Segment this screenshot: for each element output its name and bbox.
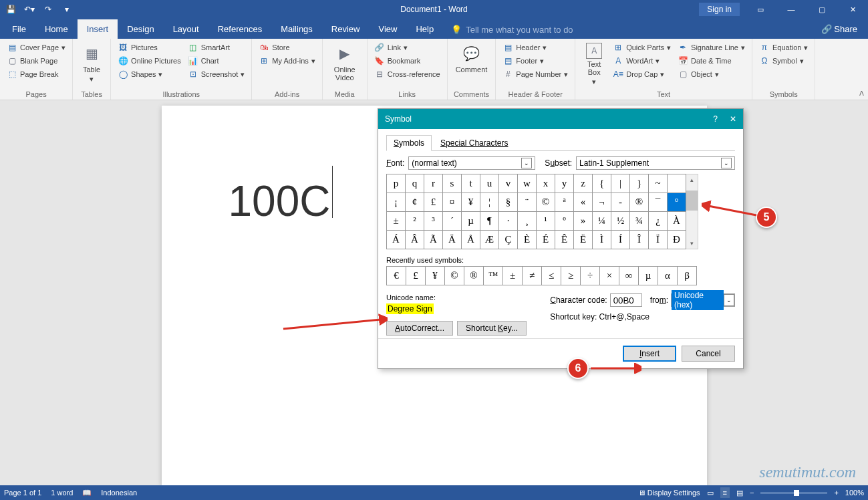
symbol-cell[interactable]: ~ [649,174,668,193]
status-page[interactable]: Page 1 of 1 [4,489,41,497]
dialog-tab-special-chars[interactable]: Special Characters [433,135,515,151]
tab-references[interactable]: References [208,19,271,39]
scroll-down-icon[interactable]: ▾ [686,238,698,249]
recent-symbol-cell[interactable]: α [658,267,678,285]
symbol-cell[interactable] [668,174,686,193]
symbol-cell[interactable]: ª [555,193,574,212]
tab-file[interactable]: File [3,19,35,39]
blank-page-button[interactable]: ▢Blank Page [5,55,67,67]
tab-view[interactable]: View [369,19,406,39]
symbol-cell[interactable]: Î [630,231,649,249]
object-button[interactable]: ▢Object ▾ [676,68,746,80]
shortcut-key-button[interactable]: Shortcut Key... [457,321,527,336]
share-button[interactable]: 🔗 Share [811,19,868,39]
symbol-cell[interactable]: ° [668,193,686,212]
symbol-cell[interactable]: Ï [649,231,668,249]
dialog-close-button[interactable]: ✕ [730,114,736,124]
symbol-cell[interactable]: y [555,174,574,193]
qat-customize-icon[interactable]: ▾ [60,3,74,16]
table-button[interactable]: ▦Table▾ [78,41,105,85]
symbol-cell[interactable]: · [499,212,518,231]
recent-symbol-cell[interactable]: ¥ [426,267,445,285]
tab-insert[interactable]: Insert [78,19,118,39]
insert-button[interactable]: Insert [623,346,676,362]
recent-symbol-cell[interactable]: £ [406,267,426,285]
symbol-cell[interactable]: À [668,212,686,231]
symbol-cell[interactable]: ½ [611,212,630,231]
wordart-button[interactable]: AWordArt ▾ [611,55,672,67]
view-print-icon[interactable]: ≡ [720,487,730,498]
symbol-cell[interactable]: ³ [424,212,443,231]
dialog-titlebar[interactable]: Symbol ? ✕ [378,109,743,129]
tab-design[interactable]: Design [118,19,163,39]
symbol-cell[interactable]: q [406,174,424,193]
symbol-button[interactable]: ΩSymbol ▾ [758,55,809,67]
symbol-cell[interactable]: Â [406,231,424,249]
cross-reference-button[interactable]: ⊟Cross-reference [373,68,442,80]
recent-symbol-cell[interactable]: ≤ [542,267,561,285]
recent-symbol-cell[interactable]: β [678,267,697,285]
recent-symbol-cell[interactable]: € [387,267,406,285]
scroll-up-icon[interactable]: ▴ [686,174,698,185]
smartart-button[interactable]: ◫SmartArt [186,41,247,53]
cancel-button[interactable]: Cancel [682,346,735,362]
tab-mailings[interactable]: Mailings [271,19,322,39]
shapes-button[interactable]: ◯Shapes ▾ [116,68,182,80]
recent-symbol-cell[interactable]: © [445,267,464,285]
display-settings[interactable]: 🖥 Display Settings [638,489,700,497]
scroll-thumb[interactable] [686,191,698,211]
symbol-cell[interactable]: ® [630,193,649,212]
symbol-cell[interactable]: w [518,174,537,193]
symbol-cell[interactable]: - [611,193,630,212]
store-button[interactable]: 🛍Store [257,41,316,53]
symbol-cell[interactable]: u [480,174,499,193]
close-button[interactable]: ✕ [837,0,868,19]
status-language[interactable]: Indonesian [101,489,137,497]
char-code-input[interactable] [610,293,642,307]
zoom-out-button[interactable]: − [750,489,754,497]
symbol-cell[interactable]: È [518,231,537,249]
symbol-cell[interactable]: µ [462,212,480,231]
status-words[interactable]: 1 word [51,489,73,497]
recent-symbol-cell[interactable]: ÷ [581,267,600,285]
cover-page-button[interactable]: ▤Cover Page ▾ [5,41,67,53]
chart-button[interactable]: 📊Chart [186,55,247,67]
pictures-button[interactable]: 🖼Pictures [116,41,182,53]
page-number-button[interactable]: #Page Number ▾ [501,68,569,80]
view-web-icon[interactable]: ▤ [736,489,743,497]
symbol-cell[interactable]: ¦ [480,193,499,212]
symbol-scrollbar[interactable]: ▴ ▾ [686,174,698,249]
tell-me-search[interactable]: 💡 Tell me what you want to do [451,25,573,39]
symbol-cell[interactable]: Æ [480,231,499,249]
symbol-cell[interactable]: s [443,174,462,193]
signature-line-button[interactable]: ✒Signature Line ▾ [676,41,746,53]
zoom-slider[interactable] [760,492,827,494]
symbol-cell[interactable]: É [537,231,555,249]
symbol-cell[interactable]: º [555,212,574,231]
symbol-cell[interactable]: z [574,174,593,193]
proofing-icon[interactable]: 📖 [82,489,92,497]
recent-symbol-cell[interactable]: ® [464,267,484,285]
symbol-cell[interactable]: v [499,174,518,193]
signin-button[interactable]: Sign in [699,3,740,16]
symbol-cell[interactable]: { [593,174,611,193]
undo-icon[interactable]: ↶▾ [23,3,36,16]
symbol-cell[interactable]: r [424,174,443,193]
symbol-cell[interactable]: » [574,212,593,231]
symbol-cell[interactable]: ¨ [518,193,537,212]
symbol-cell[interactable]: ¹ [537,212,555,231]
link-button[interactable]: 🔗Link ▾ [373,41,442,53]
symbol-cell[interactable]: ´ [443,212,462,231]
symbol-cell[interactable]: p [387,174,406,193]
symbol-cell[interactable]: ¤ [443,193,462,212]
symbol-cell[interactable]: Í [611,231,630,249]
symbol-cell[interactable]: ¸ [518,212,537,231]
symbol-cell[interactable]: Á [387,231,406,249]
symbol-cell[interactable]: } [630,174,649,193]
zoom-level[interactable]: 100% [845,489,864,497]
symbol-cell[interactable]: Ã [424,231,443,249]
dialog-help-button[interactable]: ? [713,114,718,124]
symbol-cell[interactable]: £ [424,193,443,212]
subset-dropdown[interactable]: Latin-1 Supplement⌄ [576,156,735,170]
minimize-button[interactable]: — [776,0,807,19]
